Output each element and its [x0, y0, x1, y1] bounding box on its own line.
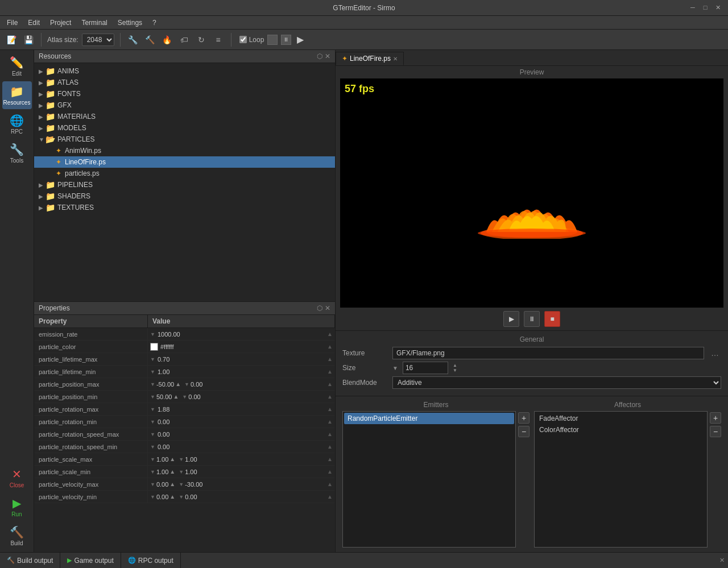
- sidebar-item-rpc[interactable]: 🌐 RPC: [2, 110, 32, 138]
- sidebar-item-edit[interactable]: ✏️ Edit: [2, 52, 32, 80]
- prop-val-color[interactable]: #ffffff ▲: [148, 341, 335, 353]
- menu-project[interactable]: Project: [46, 18, 76, 28]
- prop-scroll-pos-min[interactable]: ▲: [327, 393, 333, 400]
- status-tab-rpc[interactable]: 🌐 RPC output: [121, 553, 181, 568]
- properties-close-icon[interactable]: ✕: [325, 304, 330, 312]
- sidebar-item-build[interactable]: 🔨 Build: [2, 522, 32, 550]
- maximize-button[interactable]: □: [701, 4, 710, 11]
- atlas-size-select[interactable]: 2048 1024 512: [82, 34, 114, 46]
- preview-pause-button[interactable]: ⏸: [524, 311, 540, 327]
- tree-item-atlas[interactable]: ▶ 📁 ATLAS: [34, 77, 335, 88]
- color-swatch[interactable]: [150, 343, 158, 351]
- prop-val-rot-speed-min[interactable]: ▼ 0.00 ▲: [148, 441, 335, 453]
- prop-val-velocity-max[interactable]: ▼ 0.00 ▲ ▼ -30.00 ▲: [148, 478, 335, 490]
- affectors-add-button[interactable]: +: [710, 412, 721, 424]
- status-tab-game[interactable]: ▶ Game output: [60, 553, 121, 568]
- affectors-remove-button[interactable]: −: [710, 426, 721, 437]
- emitter-item-random[interactable]: RandomParticleEmitter: [344, 413, 514, 424]
- resources-expand-icon[interactable]: ⬡: [317, 52, 322, 60]
- toolbar-menu-icon[interactable]: ≡: [212, 33, 225, 47]
- prop-val-scale-max[interactable]: ▼ 1.00 ▲ ▼ 1.00 ▲: [148, 453, 335, 465]
- sidebar-item-run[interactable]: ▶ Run: [2, 493, 32, 521]
- texture-input[interactable]: [392, 347, 704, 359]
- play-button[interactable]: ▶: [295, 33, 306, 46]
- prop-val-scale-min[interactable]: ▼ 1.00 ▲ ▼ 1.00 ▲: [148, 466, 335, 478]
- loop-checkbox[interactable]: [239, 36, 247, 43]
- menu-terminal[interactable]: Terminal: [77, 18, 111, 28]
- prop-scroll-rot-speed-max[interactable]: ▲: [327, 431, 333, 437]
- menu-settings[interactable]: Settings: [113, 18, 147, 28]
- prop-updown-pos-min[interactable]: ▲: [173, 393, 179, 400]
- toolbar-refresh-icon[interactable]: ↻: [195, 33, 208, 47]
- properties-expand-icon[interactable]: ⬡: [317, 304, 322, 312]
- prop-updown-vel-min[interactable]: ▲: [169, 494, 175, 500]
- prop-val-rotation-min[interactable]: ▼ 0.00 ▲: [148, 416, 335, 428]
- prop-val-position-min[interactable]: ▼ 50.00 ▲ ▼ 0.00 ▲: [148, 391, 335, 403]
- size-input[interactable]: [403, 362, 448, 374]
- affector-item-color[interactable]: ColorAffector: [536, 424, 706, 436]
- window-controls[interactable]: ─ □ ✕: [688, 4, 722, 11]
- minimize-button[interactable]: ─: [688, 4, 697, 11]
- size-up-arrow[interactable]: ▲: [453, 363, 457, 368]
- menu-edit[interactable]: Edit: [23, 18, 44, 28]
- prop-scroll-scale-max[interactable]: ▲: [327, 456, 333, 462]
- prop-updown-vel-max[interactable]: ▲: [169, 481, 175, 487]
- prop-scroll-scale-min[interactable]: ▲: [327, 469, 333, 475]
- stop-button[interactable]: [267, 35, 278, 45]
- size-down-arrow-btn[interactable]: ▼: [453, 368, 457, 373]
- prop-val-velocity-min[interactable]: ▼ 0.00 ▲ ▼ 0.00 ▲: [148, 491, 335, 503]
- menu-file[interactable]: File: [2, 18, 22, 28]
- toolbar-icon-edit[interactable]: 📝: [5, 33, 18, 47]
- toolbar-tag-icon[interactable]: 🏷: [177, 33, 191, 47]
- prop-val-rotation-max[interactable]: ▼ 1.88 ▲: [148, 403, 335, 415]
- preview-stop-button[interactable]: ■: [544, 311, 560, 327]
- prop-scroll-lifetime-max[interactable]: ▲: [327, 356, 333, 362]
- tree-item-lineoffire[interactable]: ✦ LineOfFire.ps: [34, 156, 335, 168]
- tree-item-shaders[interactable]: ▶ 📁 SHADERS: [34, 190, 335, 202]
- prop-scroll-rot-max[interactable]: ▲: [327, 406, 333, 412]
- toolbar-flame-icon[interactable]: 🔥: [160, 33, 174, 47]
- tree-item-particles[interactable]: ▼ 📂 PARTICLES: [34, 134, 335, 145]
- prop-scroll-rot-speed-min[interactable]: ▲: [327, 443, 333, 450]
- prop-scroll-lifetime-min[interactable]: ▲: [327, 368, 333, 375]
- tree-item-materials[interactable]: ▶ 📁 MATERIALS: [34, 111, 335, 122]
- prop-val-position-max[interactable]: ▼ -50.00 ▲ ▼ 0.00 ▲: [148, 378, 335, 390]
- pause-button[interactable]: ⏸: [281, 35, 291, 45]
- prop-scroll-emission[interactable]: ▲: [327, 331, 333, 337]
- prop-scroll-vel-max[interactable]: ▲: [327, 481, 333, 487]
- tree-item-gfx[interactable]: ▶ 📁 GFX: [34, 99, 335, 111]
- resources-close-icon[interactable]: ✕: [325, 52, 330, 60]
- prop-val-lifetime-min[interactable]: ▼ 1.00 ▲: [148, 366, 335, 378]
- prop-val-lifetime-max[interactable]: ▼ 0.70 ▲: [148, 353, 335, 365]
- tree-item-animwin[interactable]: ✦ AnimWin.ps: [34, 145, 335, 156]
- size-down-arrow[interactable]: ▼: [392, 365, 398, 371]
- prop-updown-pos-max[interactable]: ▲: [175, 381, 181, 387]
- toolbar-hammer-icon[interactable]: 🔨: [143, 33, 157, 47]
- sidebar-item-tools[interactable]: 🔧 Tools: [2, 139, 32, 167]
- blendmode-select[interactable]: Additive Normal Multiply: [392, 376, 721, 389]
- status-bar-close-icon[interactable]: ✕: [716, 554, 728, 566]
- emitters-add-button[interactable]: +: [518, 412, 530, 424]
- affector-item-fade[interactable]: FadeAffector: [536, 413, 706, 424]
- prop-scroll-color[interactable]: ▲: [327, 343, 333, 350]
- tab-lineoffire[interactable]: ✦ LineOfFire.ps ✕: [336, 52, 404, 65]
- prop-scroll-vel-min[interactable]: ▲: [327, 494, 333, 500]
- tree-item-models[interactable]: ▶ 📁 MODELS: [34, 122, 335, 134]
- close-button[interactable]: ✕: [713, 4, 722, 11]
- prop-scroll-rot-min[interactable]: ▲: [327, 418, 333, 425]
- prop-scroll-pos-max[interactable]: ▲: [327, 381, 333, 387]
- tree-item-particles-ps[interactable]: ✦ particles.ps: [34, 168, 335, 179]
- sidebar-item-close[interactable]: ✕ Close: [2, 464, 32, 492]
- emitters-remove-button[interactable]: −: [518, 426, 530, 437]
- tab-close-icon[interactable]: ✕: [393, 56, 398, 62]
- tree-item-fonts[interactable]: ▶ 📁 FONTS: [34, 88, 335, 99]
- preview-play-button[interactable]: ▶: [503, 311, 519, 327]
- prop-updown-scale-max[interactable]: ▲: [169, 456, 175, 462]
- status-tab-build[interactable]: 🔨 Build output: [0, 553, 60, 568]
- sidebar-item-resources[interactable]: 📁 Resources: [2, 81, 32, 109]
- tree-item-textures[interactable]: ▶ 📁 TEXTURES: [34, 202, 335, 213]
- prop-val-emission-rate[interactable]: ▼ 1000.00 ▲: [148, 328, 335, 340]
- prop-val-rot-speed-max[interactable]: ▼ 0.00 ▲: [148, 428, 335, 440]
- menu-help[interactable]: ?: [148, 18, 161, 28]
- texture-browse-button[interactable]: …: [709, 349, 721, 358]
